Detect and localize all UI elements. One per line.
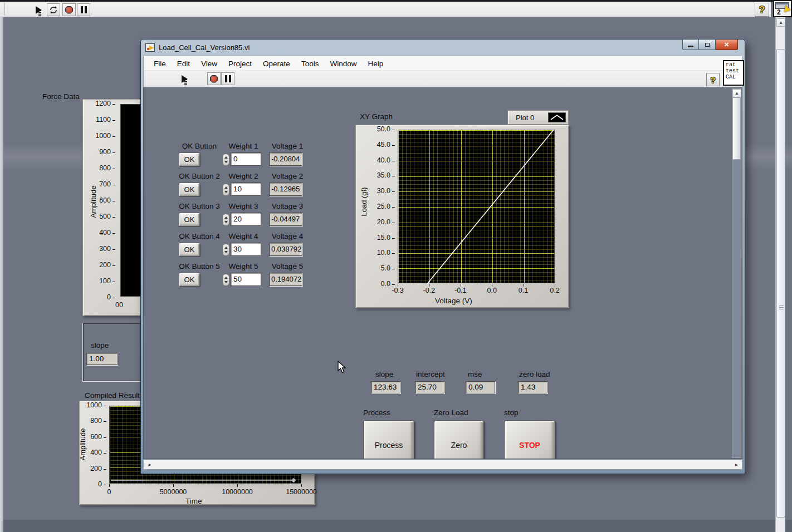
menu-bar: FileEditViewProjectOperateToolsWindowHel… [143, 56, 742, 71]
stop-caption: stop [504, 408, 519, 417]
process-button[interactable]: Process [363, 420, 414, 459]
ok-button[interactable]: OK [179, 152, 200, 166]
tick-label: 800 [99, 165, 115, 171]
calibration-rows: OK Button OK Weight 1 0 Voltage 1 -0.208… [174, 142, 308, 292]
desktop-vertical-scrollbar[interactable]: ▲ [775, 17, 785, 532]
weight-spinner[interactable] [222, 274, 229, 286]
menu-item[interactable]: Project [223, 60, 257, 68]
weight-spinner[interactable] [222, 154, 229, 166]
scroll-left-icon[interactable]: ◄ [145, 461, 153, 469]
tick-label: 0 [77, 488, 141, 496]
xy-graph-panel: 50.045.040.035.030.025.020.015.010.05.00… [355, 125, 569, 308]
weight-spinner[interactable] [222, 184, 229, 196]
menu-item[interactable]: Help [362, 60, 389, 68]
load-cell-cal-window: Load_Cell_Cal_Version85.vi ✕ FileEditVie… [140, 39, 745, 474]
weight-input[interactable]: 50 [231, 273, 261, 286]
intercept-label: intercept [416, 370, 445, 378]
close-button[interactable]: ✕ [716, 40, 738, 50]
desktop-bottom-band [0, 520, 792, 532]
ok-button[interactable]: OK [179, 273, 200, 287]
context-help-button[interactable]: ? [706, 73, 720, 86]
compiled-result-x-ticks: 050000001000000015000000 [77, 488, 333, 496]
decrement-icon[interactable] [224, 191, 228, 193]
decrement-icon[interactable] [224, 281, 228, 283]
tick-label: 5.0 [381, 265, 395, 271]
scroll-up-icon[interactable]: ▲ [776, 18, 785, 27]
panel-vertical-scrollbar[interactable]: ▲ [732, 88, 741, 458]
voltage-indicator: 0.038792 [269, 243, 302, 256]
close-icon: ✕ [724, 41, 729, 48]
weight-spinner[interactable] [222, 244, 229, 256]
abort-icon[interactable] [207, 72, 221, 85]
voltage-label: Voltage 2 [266, 172, 309, 180]
menu-item[interactable]: File [148, 60, 172, 68]
tick-label: 0.1 [516, 287, 531, 294]
outer-help-button[interactable]: ? [755, 3, 769, 17]
tick-label: 700 [99, 181, 115, 187]
panel-horizontal-scrollbar[interactable]: ◄ ► [143, 460, 742, 470]
increment-icon[interactable] [224, 216, 228, 219]
calibration-row: OK Button OK Weight 1 0 Voltage 1 -0.208… [174, 142, 308, 166]
labview-vi-icon [145, 43, 155, 52]
fit-line [398, 130, 555, 284]
menu-item[interactable]: Edit [172, 60, 195, 68]
minimize-button[interactable] [682, 40, 699, 50]
weight-input[interactable]: 10 [231, 183, 261, 196]
tick-label: 600 [99, 198, 115, 203]
zero-load-value: 1.43 [518, 381, 547, 393]
window-title: Load_Cell_Cal_Version85.vi [159, 43, 250, 52]
weight-input[interactable]: 0 [231, 152, 261, 166]
scroll-right-icon[interactable]: ► [732, 461, 741, 469]
xy-graph-y-axis-label: Load (gf) [360, 180, 368, 224]
minimize-icon [688, 46, 693, 47]
outer-vi-icon[interactable]: 2 [773, 0, 792, 17]
window-toolbar: ? rattestCAL [143, 71, 742, 87]
maximize-button[interactable] [699, 40, 716, 50]
decrement-icon[interactable] [224, 251, 228, 253]
ok-button-label: OK Button 4 [174, 232, 224, 240]
increment-icon[interactable] [224, 277, 228, 279]
legend-label: Plot 0 [516, 114, 534, 122]
increment-icon[interactable] [224, 156, 228, 159]
title-bar[interactable]: Load_Cell_Cal_Version85.vi ✕ [143, 40, 742, 56]
scrollbar-thumb[interactable] [732, 97, 741, 160]
increment-icon[interactable] [224, 186, 228, 189]
abort-icon[interactable] [62, 3, 76, 16]
scroll-up-icon[interactable]: ▲ [732, 89, 741, 97]
weight-input[interactable]: 20 [231, 213, 261, 226]
stop-button[interactable]: STOP [504, 420, 555, 459]
run-continuous-icon[interactable] [47, 3, 60, 16]
zero-button[interactable]: Zero [434, 420, 484, 459]
tick-label: 1100 [96, 117, 115, 122]
vi-icon-rat-test-cal[interactable]: rattestCAL [723, 60, 744, 86]
scrollbar-thumb[interactable] [776, 49, 785, 518]
ok-button[interactable]: OK [179, 243, 200, 257]
ok-button[interactable]: OK [179, 183, 200, 196]
menu-item[interactable]: View [195, 60, 223, 68]
decrement-icon[interactable] [224, 161, 228, 163]
run-icon[interactable] [178, 73, 190, 85]
ok-button[interactable]: OK [179, 213, 200, 226]
weight-label: Weight 4 [223, 232, 263, 240]
run-icon[interactable] [32, 4, 45, 16]
increment-icon[interactable] [224, 247, 228, 249]
decrement-icon[interactable] [224, 221, 228, 223]
menu-item[interactable]: Operate [257, 60, 296, 68]
plot-legend[interactable]: Plot 0 [507, 110, 569, 125]
tick-label: 10000000 [206, 488, 269, 496]
tick-label: 600 [90, 434, 106, 440]
menu-item[interactable]: Tools [296, 60, 325, 68]
weight-spinner[interactable] [222, 214, 229, 226]
tick-label: 800 [90, 418, 106, 423]
mse-value: 0.09 [466, 381, 495, 393]
vi-icon-text-line: test [726, 68, 743, 74]
menu-item[interactable]: Window [324, 60, 362, 68]
intercept-value: 25.70 [415, 381, 444, 393]
pause-icon[interactable] [77, 3, 90, 16]
pause-icon[interactable] [221, 72, 234, 85]
calibration-row: OK Button 5 OK Weight 5 50 Voltage 5 0.1… [174, 262, 308, 287]
weight-input[interactable]: 30 [231, 243, 261, 256]
tick-label: 40.0 [377, 157, 395, 163]
tick-label: 20.0 [377, 219, 395, 225]
tick-label: -0.3 [390, 287, 405, 294]
